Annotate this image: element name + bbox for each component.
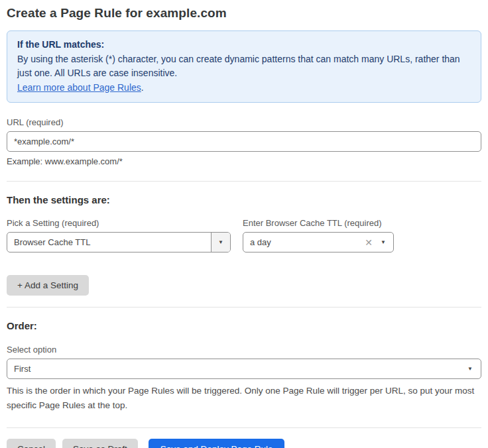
setting-picker-select[interactable]: Browser Cache TTL ▼ [7, 232, 231, 252]
link-suffix: . [141, 82, 144, 93]
url-input[interactable] [7, 131, 481, 152]
url-field-label: URL (required) [7, 117, 481, 127]
settings-section-heading: Then the settings are: [7, 194, 481, 205]
divider [7, 181, 481, 182]
setting-picker-column: Pick a Setting (required) Browser Cache … [7, 205, 231, 252]
ttl-picker-icons: ✕ ▼ [365, 238, 393, 247]
divider [7, 307, 481, 308]
url-match-info-box: If the URL matches: By using the asteris… [7, 30, 481, 103]
order-select[interactable]: First ▼ [7, 359, 481, 379]
url-example-hint: Example: www.example.com/* [7, 156, 481, 166]
order-select-value: First [7, 364, 467, 374]
info-box-heading: If the URL matches: [17, 38, 471, 52]
info-box-body: By using the asterisk (*) character, you… [17, 52, 471, 81]
clear-icon[interactable]: ✕ [365, 238, 373, 247]
add-setting-button[interactable]: + Add a Setting [7, 275, 89, 296]
settings-row: Pick a Setting (required) Browser Cache … [7, 205, 481, 252]
ttl-picker-select[interactable]: a day ✕ ▼ [243, 232, 394, 252]
ttl-picker-label: Enter Browser Cache TTL (required) [243, 218, 394, 228]
ttl-picker-value: a day [243, 237, 365, 247]
page-rule-form: Create a Page Rule for example.com If th… [0, 6, 488, 448]
setting-picker-dropdown-button[interactable]: ▼ [211, 233, 230, 252]
setting-picker-label: Pick a Setting (required) [7, 218, 231, 228]
footer-actions: Cancel Save as Draft Save and Deploy Pag… [7, 439, 481, 448]
chevron-down-icon: ▼ [218, 240, 223, 245]
order-select-label: Select option [7, 345, 481, 355]
ttl-picker-column: Enter Browser Cache TTL (required) a day… [243, 205, 394, 252]
save-and-deploy-button[interactable]: Save and Deploy Page Rule [149, 439, 285, 448]
cancel-button[interactable]: Cancel [7, 439, 56, 448]
info-box-link-line: Learn more about Page Rules. [17, 81, 471, 95]
save-as-draft-button[interactable]: Save as Draft [62, 439, 138, 448]
order-description: This is the order in which your Page Rul… [7, 384, 481, 413]
learn-more-link[interactable]: Learn more about Page Rules [17, 82, 141, 93]
order-select-icons: ▼ [467, 366, 481, 372]
order-section-heading: Order: [7, 320, 481, 331]
page-title: Create a Page Rule for example.com [7, 6, 481, 21]
setting-picker-value: Browser Cache TTL [7, 237, 211, 247]
chevron-down-icon: ▼ [381, 240, 386, 245]
divider [7, 427, 481, 428]
chevron-down-icon: ▼ [467, 366, 473, 372]
